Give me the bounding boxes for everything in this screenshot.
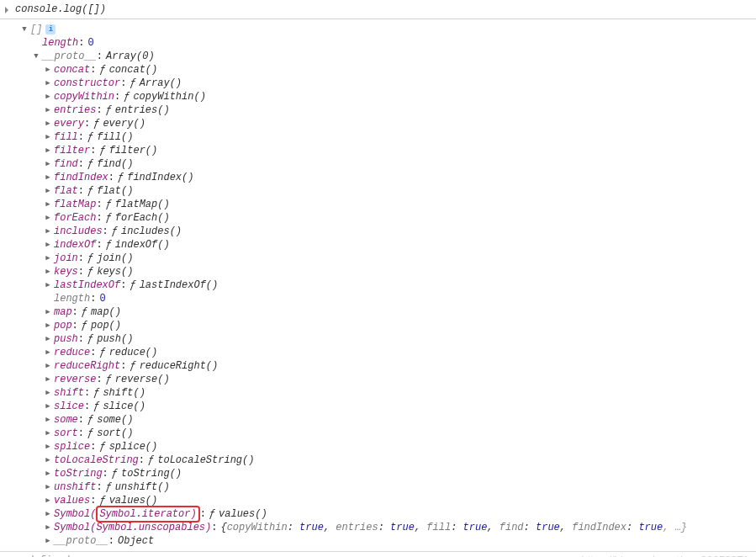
expand-arrow-icon[interactable] [44,469,52,478]
method-row[interactable]: reduceRight:ƒreduceRight() [8,359,753,373]
method-row[interactable]: push:ƒpush() [8,332,753,346]
proto-object-row[interactable]: __proto__ : Object [8,534,753,548]
method-row[interactable]: shift:ƒshift() [8,386,753,400]
expand-arrow-icon[interactable] [20,25,29,34]
expand-arrow-icon[interactable] [44,93,52,101]
method-row[interactable]: includes:ƒincludes() [8,225,753,238]
method-row[interactable]: slice:ƒslice() [8,400,753,413]
method-row[interactable]: reduce:ƒreduce() [8,346,753,359]
method-row[interactable]: pop:ƒpop() [8,319,753,332]
expand-arrow-icon[interactable] [44,537,52,545]
prop-key: shift [54,386,84,400]
prop-value: map() [91,305,121,319]
array-root-row[interactable]: [] i [8,23,753,36]
function-f-icon: ƒ [106,198,112,211]
method-row[interactable]: toLocaleString:ƒtoLocaleString() [8,454,753,467]
expand-arrow-icon[interactable] [44,214,52,222]
expand-arrow-icon[interactable] [44,79,52,88]
expand-arrow-icon[interactable] [44,133,52,141]
highlight-symbol-iterator: Symbol.iterator) [96,506,199,523]
info-icon[interactable]: i [45,24,56,34]
method-row[interactable]: flatMap:ƒflatMap() [8,198,753,211]
expand-arrow-icon[interactable] [44,429,52,438]
expand-arrow-icon[interactable] [44,321,52,330]
function-f-icon: ƒ [209,507,215,521]
method-row[interactable]: keys:ƒkeys() [8,265,753,278]
expand-arrow-icon[interactable] [44,483,52,491]
method-row[interactable]: findIndex:ƒfindIndex() [8,171,753,184]
function-f-icon: ƒ [112,467,118,480]
expand-arrow-icon[interactable] [44,187,52,195]
expand-arrow-icon[interactable] [44,119,52,128]
method-row[interactable]: join:ƒjoin() [8,252,753,265]
method-row[interactable]: some:ƒsome() [8,413,753,427]
expand-arrow-icon[interactable] [44,227,52,236]
function-f-icon: ƒ [99,144,105,157]
prop-key: indexOf [54,238,96,252]
function-f-icon: ƒ [82,319,87,332]
length-row[interactable]: length : 0 [8,292,753,305]
expand-arrow-icon[interactable] [44,160,52,168]
expand-arrow-icon[interactable] [44,335,52,343]
prop-key: find [54,157,78,171]
expand-arrow-icon[interactable] [44,281,52,289]
prop-value: Object [118,534,154,548]
method-row[interactable]: splice:ƒsplice() [8,440,753,454]
method-row[interactable]: sort:ƒsort() [8,427,753,440]
proto-row[interactable]: __proto__ : Array(0) [8,50,753,63]
prop-value: reverse() [115,373,170,386]
console-output: [] i length : 0 __proto__ : Array(0) con… [0,19,756,551]
expand-arrow-icon[interactable] [44,362,52,370]
method-row[interactable]: every:ƒevery() [8,117,753,130]
method-row[interactable]: fill:ƒfill() [8,130,753,144]
method-row[interactable]: lastIndexOf:ƒlastIndexOf() [8,278,753,292]
expand-arrow-icon[interactable] [44,200,52,209]
expand-arrow-icon[interactable] [44,106,52,114]
prop-key: entries [54,103,96,117]
function-f-icon: ƒ [99,440,105,454]
method-row[interactable]: forEach:ƒforEach() [8,211,753,225]
prop-key: concat [54,63,90,77]
expand-arrow-icon[interactable] [44,416,52,424]
prop-key: push [54,332,78,346]
expand-arrow-icon[interactable] [44,268,52,276]
method-row[interactable]: toString:ƒtoString() [8,467,753,480]
function-f-icon: ƒ [124,90,130,103]
expand-arrow-icon[interactable] [44,523,52,532]
expand-arrow-icon[interactable] [44,308,52,316]
prop-value: some() [97,413,133,427]
length-row[interactable]: length : 0 [8,36,753,50]
expand-arrow-icon[interactable] [32,52,40,61]
method-row[interactable]: flat:ƒflat() [8,184,753,198]
expand-arrow-icon[interactable] [44,173,52,182]
expand-arrow-icon[interactable] [44,402,52,411]
prop-value: filter() [109,144,158,157]
expand-arrow-icon[interactable] [44,241,52,249]
method-row[interactable]: constructor:ƒArray() [8,77,753,90]
expand-arrow-icon[interactable] [44,443,52,451]
prop-value: forEach() [115,211,170,225]
prop-value: concat() [109,63,158,77]
method-row[interactable]: find:ƒfind() [8,157,753,171]
expand-arrow-icon[interactable] [44,146,52,155]
expand-arrow-icon[interactable] [44,254,52,263]
prop-key: every [54,117,84,130]
method-row[interactable]: unshift:ƒunshift() [8,480,753,494]
symbol-unscopables-row[interactable]: Symbol(Symbol.unscopables) : {copyWithin… [8,521,753,534]
expand-arrow-icon[interactable] [44,510,52,518]
method-row[interactable]: reverse:ƒreverse() [8,373,753,386]
expand-arrow-icon[interactable] [44,348,52,357]
function-f-icon: ƒ [106,373,112,386]
expand-arrow-icon[interactable] [44,389,52,397]
expand-arrow-icon[interactable] [44,496,52,505]
expand-arrow-icon[interactable] [44,66,52,74]
expand-arrow-icon[interactable] [44,456,52,464]
method-row[interactable]: copyWithin:ƒcopyWithin() [8,90,753,103]
method-row[interactable]: concat:ƒconcat() [8,63,753,77]
expand-arrow-icon[interactable] [44,375,52,384]
method-row[interactable]: entries:ƒentries() [8,103,753,117]
method-row[interactable]: filter:ƒfilter() [8,144,753,157]
method-row[interactable]: indexOf:ƒindexOf() [8,238,753,252]
symbol-iterator-row[interactable]: Symbol(Symbol.iterator) : ƒ values() [8,507,753,521]
method-row[interactable]: map:ƒmap() [8,305,753,319]
